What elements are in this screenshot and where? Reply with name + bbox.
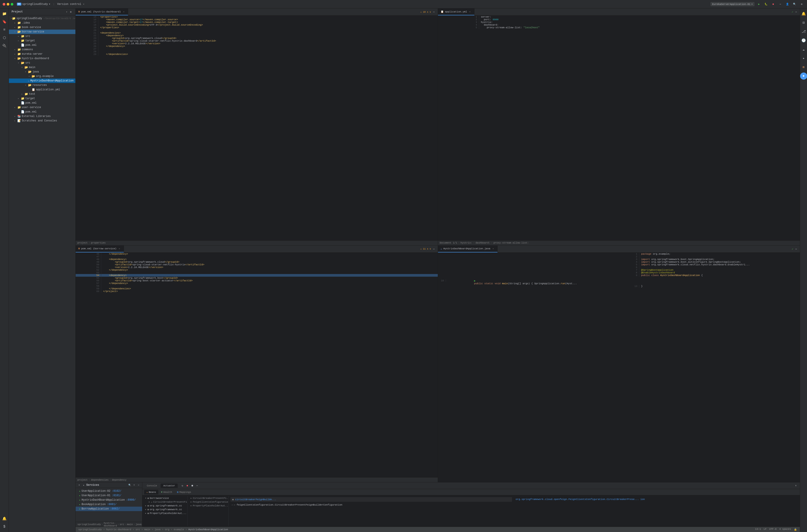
tree-item-borrow[interactable]: ▾ 📂 borrow-service <box>9 30 75 34</box>
right-top-more[interactable]: ⋯ <box>794 10 798 14</box>
tab-close-java-app[interactable]: ✕ <box>492 247 495 250</box>
tree-item-user[interactable]: ▸ 📁 user-service <box>9 105 75 110</box>
tree-item-book[interactable]: ▸ 📁 book-service <box>9 25 75 30</box>
bean-detail-item-circuit[interactable]: ▸ CircuitBreakerPresentFi... <box>189 496 228 500</box>
more-button[interactable]: ⋯ <box>777 2 783 7</box>
tree-item-ext-libs[interactable]: ▸ 📚 External Libraries <box>9 114 75 118</box>
tree-item-org-example[interactable]: ▾ 📂 org.example <box>9 74 75 78</box>
bean-detail-item-property[interactable]: ▸ PropertyPlaceholderAut... <box>189 504 228 508</box>
tree-item-idea[interactable]: ▸ 📁 .idea <box>9 21 75 25</box>
right-rail-star[interactable]: ✦ <box>800 55 807 62</box>
bean-child-circuit[interactable]: ▸ ☕ CircuitBreakerPresentFi... <box>143 500 188 504</box>
profile-button[interactable]: 👤 <box>785 2 790 7</box>
actuator-record[interactable]: ⏺ <box>190 484 194 488</box>
run-config[interactable]: EurekaServerApplication-01 ▾ <box>711 2 754 6</box>
run-button[interactable]: ▶ <box>756 2 762 7</box>
tree-item-app-yml[interactable]: ▸ 📋 application.yml <box>9 88 75 92</box>
right-bottom-more[interactable]: ⋯ <box>794 247 798 251</box>
services-collapse[interactable]: ▾ <box>77 483 81 487</box>
left-top-more[interactable]: ⋯ <box>432 10 436 14</box>
left-top-code[interactable]: 15 <properties> 16 <maven.compiler.sourc… <box>76 16 438 241</box>
right-rail-history[interactable]: 🕐 <box>800 37 807 44</box>
console-tab-actuator[interactable]: Actuator <box>161 483 178 488</box>
tree-item-commons[interactable]: ▸ 📁 commons <box>9 48 75 52</box>
tab-app-yml[interactable]: 📋 application.yml ✕ <box>438 8 474 15</box>
debug-button[interactable]: 🐛 <box>764 2 769 7</box>
tree-item-resources[interactable]: ▾ 📂 resources <box>9 83 75 88</box>
bookmarks-button[interactable]: 🔖 <box>1 18 8 25</box>
tree-item-hystrix-main[interactable]: ▾ 📂 main <box>9 65 75 70</box>
right-bottom-code[interactable]: 1 package org.example; 2 3 import org.sp… <box>438 253 800 482</box>
right-rail-notifications[interactable]: 🔔 <box>800 10 807 17</box>
search-everywhere-button[interactable]: 🔍 <box>792 2 797 7</box>
right-rail-m[interactable]: m <box>800 63 807 71</box>
tree-item-root-pom[interactable]: ▸ 📄 pom.xml <box>9 110 75 114</box>
tree-item-hystrix-src[interactable]: ▾ 📂 src <box>9 61 75 65</box>
close-button[interactable] <box>3 3 5 5</box>
services-more[interactable]: ⋯ <box>137 483 140 487</box>
structure-button[interactable]: ≡ <box>1 26 8 33</box>
health-tab[interactable]: ♥ Health <box>159 490 174 494</box>
version-control-label[interactable]: Version control <box>57 3 81 6</box>
bean-detail-item-feign[interactable]: ▸ FeignClientsConfiguratio... <box>189 500 228 504</box>
services-add[interactable]: + <box>132 483 136 487</box>
tree-item-borrow-target[interactable]: ▸ 📁 target <box>9 38 75 43</box>
bean-group-spring1[interactable]: ▸ ◉ org.springframework.cc <box>143 504 188 508</box>
tab-pom-borrow[interactable]: m pom.xml (borrow-service) ✕ <box>76 246 124 252</box>
bean-group-property[interactable]: ▸ ◉ PropertyPlaceholderAut... <box>143 511 188 515</box>
left-bottom-more[interactable]: ⋯ <box>432 247 436 251</box>
service-item-hystrix-app[interactable]: ● HystrixDashBoardApplication :8900/ <box>76 498 142 502</box>
tree-item-scratches[interactable]: ▸ 📝 Scratches and Consoles <box>9 118 75 123</box>
service-item-user02[interactable]: ● UserApplication-02 :8102/ <box>76 489 142 493</box>
bean-group-borrowservice[interactable]: ▾ ◉ borrowservice <box>143 496 188 500</box>
tab-pom-hystrix[interactable]: m pom.xml (hystrix-dashboard) ✕ <box>76 8 128 15</box>
service-item-book[interactable]: ● BookApplication :8081/ <box>76 502 142 507</box>
actuator-more[interactable]: ⋯ <box>195 484 199 488</box>
right-rail-layout[interactable]: ⊡ <box>800 19 807 26</box>
beans-tab[interactable]: ☕ Beans <box>144 490 158 494</box>
console-tab-console[interactable]: Console <box>144 483 160 488</box>
project-dropdown-arrow[interactable]: ▾ <box>49 2 50 6</box>
notifications-button[interactable]: 🔔 <box>1 515 8 522</box>
tree-item-hystrix-target[interactable]: ▸ 📁 target <box>9 96 75 101</box>
sidebar-dropdown[interactable]: ▾ <box>66 11 68 13</box>
tree-item-root[interactable]: ▾ 📁 springCloudStudy ~/Desktop/CS/JavaEE… <box>9 16 75 21</box>
bean-selected-item[interactable]: ◉ circuitBreakerFeignBuilde... <box>230 497 512 502</box>
sidebar-options-button[interactable]: ⚙ <box>69 10 73 14</box>
tree-item-eureka[interactable]: ▸ 📁 eureka-server <box>9 52 75 56</box>
tree-item-borrow-src[interactable]: ▸ 📁 src <box>9 34 75 38</box>
panel-maximize[interactable]: ⬆ <box>794 483 798 488</box>
tab-close-pom-borrow[interactable]: ✕ <box>118 247 121 250</box>
tree-item-hystrix[interactable]: ▾ 📂 hystrix-dashboard <box>9 56 75 61</box>
service-item-borrow[interactable]: ● BorrowApplication :8082/ <box>76 507 142 511</box>
tree-item-hystrix-app[interactable]: ▸ ☕ HystrixDashBoardApplication <box>9 78 75 83</box>
right-rail-active[interactable]: ● <box>800 73 807 80</box>
services-expand[interactable]: ▴ <box>82 483 86 487</box>
right-rail-commit[interactable]: ⎇ <box>800 28 807 35</box>
status-lock-icon[interactable]: 🔒 <box>794 528 797 531</box>
search-button[interactable]: ⬡ <box>1 34 8 41</box>
left-bottom-code[interactable]: 46 </dependency> 47 48 <dependency> <box>76 253 438 477</box>
right-top-code[interactable]: 1 server: 2 port: 8900 3 hystrix: <box>438 16 800 241</box>
bean-group-spring2[interactable]: ▸ ◉ org.springframework.cc <box>143 508 188 511</box>
tree-item-hystrix-pom[interactable]: ▸ 📄 pom.xml <box>9 101 75 105</box>
maximize-button[interactable] <box>11 3 13 5</box>
mappings-tab[interactable]: ⊞ Mappings <box>175 490 193 494</box>
tree-item-test[interactable]: ▸ 📁 test <box>9 92 75 96</box>
tab-close-app-yml[interactable]: ✕ <box>468 10 472 13</box>
tree-item-borrow-pom[interactable]: ▸ 📄 pom.xml <box>9 43 75 48</box>
actuator-refresh[interactable]: ↻ <box>181 484 184 488</box>
services-filter[interactable]: 🔍 <box>128 483 131 487</box>
actuator-stop[interactable]: ■ <box>185 484 189 488</box>
tree-item-hystrix-java[interactable]: ▾ 📂 java <box>9 70 75 74</box>
tab-java-app[interactable]: ☕ HystrixDashBoardApplication.java ✕ <box>438 246 498 252</box>
run-gutter-icon[interactable]: ▶ <box>474 280 475 282</box>
terminal-button[interactable]: $ <box>1 523 8 530</box>
settings-button[interactable]: ⚙ <box>799 2 804 7</box>
stop-button[interactable]: ■ <box>771 2 776 7</box>
service-item-user01[interactable]: ● UserApplication-01 :8101/ <box>76 493 142 498</box>
minimize-button[interactable] <box>7 3 10 5</box>
tab-close-pom-hystrix[interactable]: ✕ <box>122 10 125 13</box>
project-view-button[interactable]: 📁 <box>1 10 8 17</box>
plugins-button[interactable]: 🔌 <box>1 42 8 50</box>
